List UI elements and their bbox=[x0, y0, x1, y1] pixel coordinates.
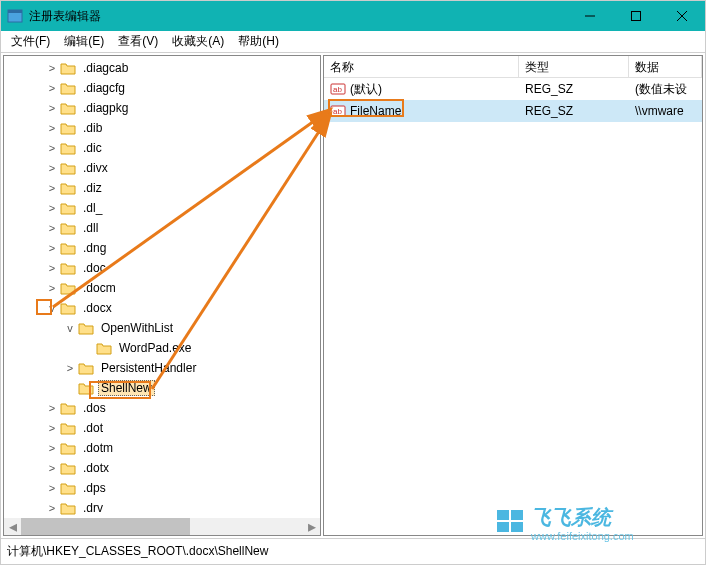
node-label: .docm bbox=[80, 280, 119, 296]
expander-icon[interactable]: v bbox=[44, 302, 60, 314]
node-label: .docx bbox=[80, 300, 115, 316]
tree-node[interactable]: >.dotx bbox=[4, 458, 320, 478]
col-type[interactable]: 类型 bbox=[519, 56, 629, 77]
expander-icon[interactable]: > bbox=[44, 202, 60, 214]
values-list[interactable]: 名称 类型 数据 ab (默认) REG_SZ (数值未设 ab FileNam… bbox=[324, 56, 702, 535]
expander-icon[interactable]: > bbox=[44, 502, 60, 514]
value-data: (数值未设 bbox=[629, 81, 702, 98]
node-label: .dll bbox=[80, 220, 101, 236]
svg-rect-1 bbox=[8, 10, 22, 13]
tree-node[interactable]: v.docx bbox=[4, 298, 320, 318]
expander-icon[interactable]: > bbox=[44, 182, 60, 194]
tree-pane: >.diagcab>.diagcfg>.diagpkg>.dib>.dic>.d… bbox=[3, 55, 321, 536]
tree-node[interactable]: >.diagcab bbox=[4, 58, 320, 78]
close-button[interactable] bbox=[659, 1, 705, 31]
expander-icon[interactable]: > bbox=[62, 362, 78, 374]
menu-bar: 文件(F) 编辑(E) 查看(V) 收藏夹(A) 帮助(H) bbox=[1, 31, 705, 53]
content: >.diagcab>.diagcfg>.diagpkg>.dib>.dic>.d… bbox=[1, 53, 705, 538]
tree-node[interactable]: >.docm bbox=[4, 278, 320, 298]
value-name: (默认) bbox=[350, 81, 382, 98]
tree-node[interactable]: >PersistentHandler bbox=[4, 358, 320, 378]
expander-icon[interactable]: > bbox=[44, 422, 60, 434]
scroll-left-icon[interactable]: ◂ bbox=[4, 518, 21, 535]
tree-node[interactable]: >.dll bbox=[4, 218, 320, 238]
node-label: .dic bbox=[80, 140, 105, 156]
expander-icon[interactable]: > bbox=[44, 262, 60, 274]
expander-icon[interactable]: > bbox=[44, 82, 60, 94]
tree-node[interactable]: >.dot bbox=[4, 418, 320, 438]
tree-node[interactable]: >.diagpkg bbox=[4, 98, 320, 118]
scroll-right-icon[interactable]: ▸ bbox=[303, 518, 320, 535]
menu-edit[interactable]: 编辑(E) bbox=[58, 31, 110, 52]
tree-node[interactable]: >.dps bbox=[4, 478, 320, 498]
node-label: .dos bbox=[80, 400, 109, 416]
values-pane: 名称 类型 数据 ab (默认) REG_SZ (数值未设 ab FileNam… bbox=[323, 55, 703, 536]
node-label: .diagpkg bbox=[80, 100, 131, 116]
node-label: .dotx bbox=[80, 460, 112, 476]
node-label: PersistentHandler bbox=[98, 360, 199, 376]
expander-icon[interactable]: > bbox=[44, 462, 60, 474]
minimize-button[interactable] bbox=[567, 1, 613, 31]
expander-icon[interactable]: > bbox=[44, 142, 60, 154]
node-label: ShellNew bbox=[98, 380, 155, 396]
node-label: .doc bbox=[80, 260, 109, 276]
node-label: OpenWithList bbox=[98, 320, 176, 336]
node-label: .diagcab bbox=[80, 60, 131, 76]
tree-node[interactable]: >.dl_ bbox=[4, 198, 320, 218]
tree-node[interactable]: >.dib bbox=[4, 118, 320, 138]
svg-text:ab: ab bbox=[333, 85, 342, 94]
expander-icon[interactable]: > bbox=[44, 222, 60, 234]
node-label: .dot bbox=[80, 420, 106, 436]
tree-node[interactable]: WordPad.exe bbox=[4, 338, 320, 358]
app-icon bbox=[7, 8, 23, 24]
value-type: REG_SZ bbox=[519, 104, 629, 118]
expander-icon[interactable]: > bbox=[44, 102, 60, 114]
list-row[interactable]: ab (默认) REG_SZ (数值未设 bbox=[324, 78, 702, 100]
menu-help[interactable]: 帮助(H) bbox=[232, 31, 285, 52]
list-row[interactable]: ab FileName REG_SZ \\vmware bbox=[324, 100, 702, 122]
expander-icon[interactable]: > bbox=[44, 162, 60, 174]
expander-icon[interactable]: > bbox=[44, 62, 60, 74]
tree-node[interactable]: >.dotm bbox=[4, 438, 320, 458]
svg-text:ab: ab bbox=[333, 107, 342, 116]
expander-icon[interactable]: > bbox=[44, 482, 60, 494]
expander-icon[interactable]: > bbox=[44, 402, 60, 414]
registry-tree[interactable]: >.diagcab>.diagcfg>.diagpkg>.dib>.dic>.d… bbox=[4, 56, 320, 518]
tree-node[interactable]: >.dos bbox=[4, 398, 320, 418]
node-label: .divx bbox=[80, 160, 111, 176]
node-label: .dng bbox=[80, 240, 109, 256]
expander-icon[interactable]: v bbox=[62, 322, 78, 334]
string-value-icon: ab bbox=[330, 81, 346, 97]
menu-file[interactable]: 文件(F) bbox=[5, 31, 56, 52]
value-type: REG_SZ bbox=[519, 82, 629, 96]
node-label: .dps bbox=[80, 480, 109, 496]
tree-node[interactable]: >.drv bbox=[4, 498, 320, 518]
node-label: .dl_ bbox=[80, 200, 105, 216]
window-title: 注册表编辑器 bbox=[29, 8, 101, 25]
tree-node[interactable]: >.doc bbox=[4, 258, 320, 278]
title-bar: 注册表编辑器 bbox=[1, 1, 705, 31]
node-label: .diz bbox=[80, 180, 105, 196]
expander-icon[interactable]: > bbox=[44, 282, 60, 294]
expander-icon[interactable]: > bbox=[44, 122, 60, 134]
value-data: \\vmware bbox=[629, 104, 702, 118]
tree-node[interactable]: ShellNew bbox=[4, 378, 320, 398]
maximize-button[interactable] bbox=[613, 1, 659, 31]
list-header[interactable]: 名称 类型 数据 bbox=[324, 56, 702, 78]
tree-node[interactable]: vOpenWithList bbox=[4, 318, 320, 338]
expander-icon[interactable]: > bbox=[44, 242, 60, 254]
tree-node[interactable]: >.diz bbox=[4, 178, 320, 198]
tree-hscrollbar[interactable]: ◂ ▸ bbox=[4, 518, 320, 535]
menu-view[interactable]: 查看(V) bbox=[112, 31, 164, 52]
col-data[interactable]: 数据 bbox=[629, 56, 702, 77]
expander-icon[interactable]: > bbox=[44, 442, 60, 454]
col-name[interactable]: 名称 bbox=[324, 56, 519, 77]
tree-node[interactable]: >.diagcfg bbox=[4, 78, 320, 98]
node-label: WordPad.exe bbox=[116, 340, 195, 356]
tree-node[interactable]: >.divx bbox=[4, 158, 320, 178]
tree-node[interactable]: >.dic bbox=[4, 138, 320, 158]
menu-favorites[interactable]: 收藏夹(A) bbox=[166, 31, 230, 52]
svg-rect-3 bbox=[632, 12, 641, 21]
window-controls bbox=[567, 1, 705, 31]
tree-node[interactable]: >.dng bbox=[4, 238, 320, 258]
